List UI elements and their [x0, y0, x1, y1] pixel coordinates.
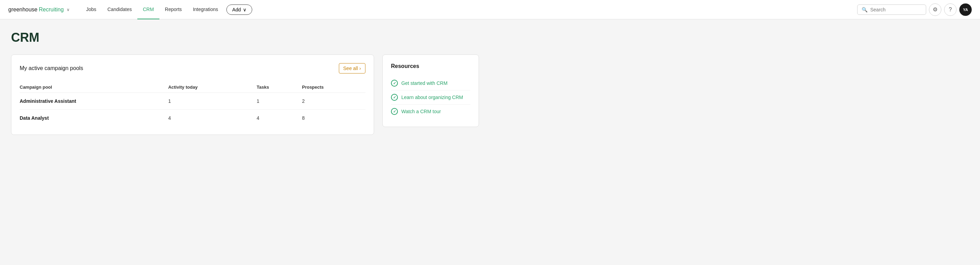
table-row[interactable]: Data Analyst 4 4 8: [20, 110, 366, 127]
resource-item[interactable]: ✓ Get started with CRM: [391, 76, 470, 90]
cell-prospects: 8: [296, 110, 366, 127]
cell-tasks: 4: [251, 110, 296, 127]
resource-link[interactable]: Learn about organizing CRM: [401, 95, 463, 100]
cell-campaign-pool: Data Analyst: [20, 110, 162, 127]
resources-list: ✓ Get started with CRM ✓ Learn about org…: [391, 76, 470, 118]
resource-item[interactable]: ✓ Watch a CRM tour: [391, 105, 470, 118]
avatar[interactable]: YA: [959, 3, 972, 16]
help-button[interactable]: ?: [944, 3, 956, 16]
cell-activity-today: 1: [162, 93, 251, 110]
see-all-chevron-icon: ›: [359, 65, 361, 71]
nav-candidates[interactable]: Candidates: [102, 0, 137, 19]
check-circle-icon: ✓: [391, 108, 398, 115]
brand-greenhouse: greenhouse: [8, 6, 38, 13]
help-icon: ?: [949, 6, 952, 13]
cell-tasks: 1: [251, 93, 296, 110]
brand-chevron-icon[interactable]: ∨: [67, 7, 70, 12]
cell-campaign-pool: Administrative Assistant: [20, 93, 162, 110]
check-circle-icon: ✓: [391, 80, 398, 87]
nav-right: 🔍 ⚙ ? YA: [857, 3, 972, 16]
col-tasks: Tasks: [251, 82, 296, 93]
card-title: My active campaign pools: [20, 65, 83, 71]
page-title: CRM: [11, 30, 479, 45]
settings-button[interactable]: ⚙: [929, 3, 941, 16]
resource-link[interactable]: Watch a CRM tour: [401, 109, 441, 114]
see-all-link[interactable]: See all ›: [339, 63, 366, 73]
resources-title: Resources: [391, 63, 470, 69]
main-layout: My active campaign pools See all › Campa…: [11, 54, 479, 135]
table-header: Campaign pool Activity today Tasks Prosp…: [20, 82, 366, 93]
nav-integrations[interactable]: Integrations: [188, 0, 224, 19]
col-prospects: Prospects: [296, 82, 366, 93]
page-content: CRM My active campaign pools See all › C…: [0, 19, 490, 146]
resource-link[interactable]: Get started with CRM: [401, 80, 447, 86]
search-input[interactable]: [870, 7, 922, 13]
brand-recruiting: Recruiting: [39, 6, 64, 13]
col-campaign-pool: Campaign pool: [20, 82, 162, 93]
navbar: greenhouse Recruiting ∨ Jobs Candidates …: [0, 0, 980, 19]
brand: greenhouse Recruiting ∨: [8, 6, 70, 13]
nav-jobs[interactable]: Jobs: [81, 0, 102, 19]
campaign-table: Campaign pool Activity today Tasks Prosp…: [20, 82, 366, 126]
table-body: Administrative Assistant 1 1 2 Data Anal…: [20, 93, 366, 127]
settings-icon: ⚙: [933, 6, 937, 13]
card-header: My active campaign pools See all ›: [20, 63, 366, 73]
search-box[interactable]: 🔍: [857, 5, 926, 15]
search-icon: 🔍: [862, 7, 867, 13]
resources-card: Resources ✓ Get started with CRM ✓ Learn…: [382, 54, 479, 127]
cell-prospects: 2: [296, 93, 366, 110]
cell-activity-today: 4: [162, 110, 251, 127]
nav-links: Jobs Candidates CRM Reports Integrations…: [81, 0, 857, 19]
add-chevron-icon: ∨: [243, 7, 247, 13]
campaign-pools-card: My active campaign pools See all › Campa…: [11, 54, 374, 135]
check-circle-icon: ✓: [391, 94, 398, 101]
nav-crm[interactable]: CRM: [137, 0, 159, 19]
resource-item[interactable]: ✓ Learn about organizing CRM: [391, 90, 470, 105]
table-row[interactable]: Administrative Assistant 1 1 2: [20, 93, 366, 110]
col-activity-today: Activity today: [162, 82, 251, 93]
nav-reports[interactable]: Reports: [159, 0, 188, 19]
add-button[interactable]: Add ∨: [226, 5, 252, 15]
